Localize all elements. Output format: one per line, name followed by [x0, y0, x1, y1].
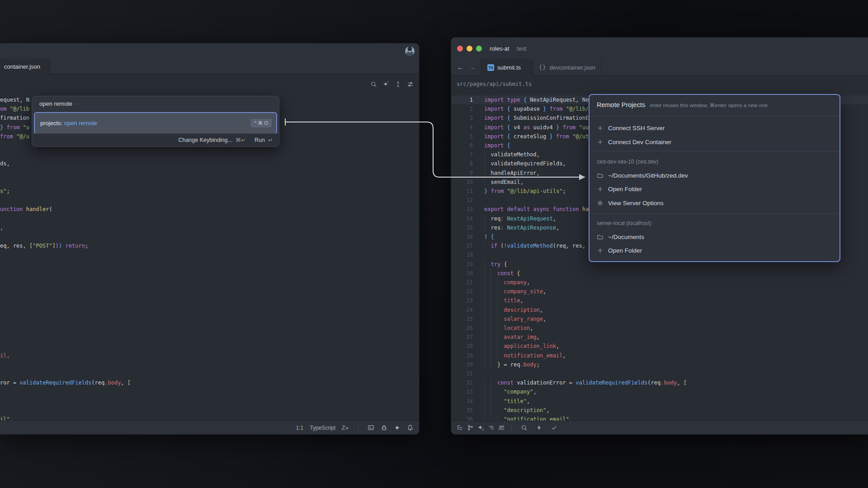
line-number: 12	[451, 196, 473, 205]
braces-icon: {}	[539, 64, 546, 70]
command-palette-selected-item[interactable]: projects: open remote ^ ⌘ O	[34, 112, 277, 134]
left-editor-toolbar: +	[370, 81, 414, 88]
minimize-button[interactable]	[467, 46, 472, 52]
line-number: 2	[451, 104, 473, 113]
code-token: import	[484, 142, 504, 149]
code-token: validateRequiredFields,	[484, 160, 566, 167]
code-token: ) {	[484, 234, 494, 240]
code-token: ,	[562, 352, 566, 359]
assistant-icon[interactable]	[394, 424, 401, 431]
breadcrumb[interactable]: src/pages/api/submit.ts	[451, 75, 868, 93]
code-token: ;	[562, 188, 566, 194]
tasks-icon[interactable]	[551, 424, 557, 431]
tab-label: submit.ts	[497, 64, 521, 71]
code-token: (req, res,	[553, 243, 589, 249]
project-path-item[interactable]: ~/Documents/GitHub/zed.dev	[597, 169, 832, 182]
code-token: try	[491, 261, 500, 267]
zoom-button[interactable]	[476, 46, 482, 52]
window-project-label[interactable]: test	[517, 45, 526, 52]
code-line: 29 notification_email,	[451, 351, 868, 360]
code-line: 22 company_site,	[451, 287, 868, 296]
line-number: 30	[451, 360, 473, 369]
close-button[interactable]	[457, 46, 463, 52]
folder-icon	[597, 234, 604, 240]
code-line: 24 description,	[451, 305, 868, 314]
code-token: (	[497, 243, 504, 249]
git-branch-icon[interactable]	[467, 424, 474, 431]
code-token: ]	[52, 243, 56, 249]
code-line: eq, res, ["POST"])) return;	[0, 241, 419, 250]
code-token: ;	[537, 361, 540, 368]
code-token: {	[507, 106, 510, 112]
code-token	[504, 188, 507, 194]
view-server-options-item[interactable]: View Server Options	[597, 196, 832, 210]
tab-submit-ts[interactable]: TS submit.ts	[481, 59, 533, 76]
line-number: 25	[451, 314, 473, 324]
right-title-bar[interactable]: roles-at test	[451, 38, 868, 59]
open-folder-item[interactable]: Open Folder	[597, 182, 832, 196]
diagnostics-icon[interactable]	[536, 424, 542, 431]
editor-controls-icon[interactable]	[407, 81, 414, 88]
code-token: import	[484, 115, 504, 121]
code-token: ,	[677, 380, 683, 386]
code-token	[504, 225, 507, 231]
code-token: eq, res,	[0, 243, 29, 249]
line-number: 17	[451, 241, 473, 250]
code-line: 21 company,	[451, 278, 868, 287]
search-icon[interactable]	[521, 424, 528, 431]
code-line: 31	[451, 369, 868, 378]
run-button[interactable]: Run	[255, 137, 265, 143]
code-token: "title"	[504, 398, 527, 404]
language-selector[interactable]: TypeScript	[310, 425, 335, 431]
collaboration-icon[interactable]	[498, 424, 505, 431]
code-token: [	[684, 380, 687, 386]
command-palette-input[interactable]: open remote	[32, 96, 279, 112]
bell-icon[interactable]	[407, 424, 414, 431]
debug-icon[interactable]	[381, 424, 387, 431]
line-number: 34	[451, 397, 473, 406]
tab-devcontainer-json[interactable]: {} devcontainer.json	[533, 59, 602, 75]
code-token: (	[49, 206, 52, 212]
change-keybinding-button[interactable]: Change Keybinding...	[178, 137, 232, 143]
code-token	[484, 316, 504, 322]
edit-prediction-icon[interactable]: Z»	[342, 425, 349, 431]
nav-forward-icon[interactable]: →	[469, 64, 476, 71]
open-folder-item[interactable]: Open Folder	[597, 244, 832, 257]
line-number: 11	[451, 187, 473, 196]
nav-back-icon[interactable]: ←	[457, 64, 463, 71]
left-title-bar[interactable]	[0, 43, 419, 59]
cursor-position[interactable]: 1:1	[296, 425, 304, 431]
tab-devcontainer-json[interactable]: container.json	[0, 59, 50, 75]
line-number: 33	[451, 387, 473, 396]
code-token: !	[504, 243, 507, 249]
assistant-2-icon[interactable]: 2	[477, 424, 484, 431]
code-token: avatar_img	[504, 334, 536, 340]
code-token: om	[0, 106, 6, 112]
code-token: s"	[0, 188, 6, 194]
code-token: description	[504, 307, 539, 313]
keybinding-chip: ^ ⌘ O	[250, 119, 272, 127]
folder-icon	[597, 172, 604, 179]
code-line: 26 location,	[451, 324, 868, 333]
connect-dev-container-item[interactable]: Connect Dev Container	[597, 135, 832, 149]
code-token	[484, 407, 504, 413]
ibeam-icon[interactable]	[395, 81, 401, 88]
line-number: 18	[451, 250, 473, 259]
outline-icon[interactable]	[488, 424, 495, 431]
connect-ssh-server-item[interactable]: Connect SSH Server	[597, 121, 832, 135]
inline-assist-icon[interactable]: +	[382, 81, 389, 88]
code-token	[562, 106, 566, 112]
search-icon[interactable]	[370, 81, 377, 88]
code-token: ,	[537, 334, 540, 340]
line-number: 16	[451, 232, 473, 241]
code-token: handleApiError,	[484, 170, 540, 176]
project-path-item[interactable]: ~/Documents	[597, 230, 832, 244]
code-token: ,	[556, 343, 559, 349]
code-token: {	[507, 115, 510, 121]
avatar[interactable]	[405, 47, 415, 56]
code-token: ,	[543, 316, 546, 322]
code-token: salary_range	[504, 316, 543, 322]
tab-nav: ← →	[451, 59, 481, 75]
project-panel-icon[interactable]	[457, 424, 463, 431]
terminal-icon[interactable]	[368, 424, 374, 431]
